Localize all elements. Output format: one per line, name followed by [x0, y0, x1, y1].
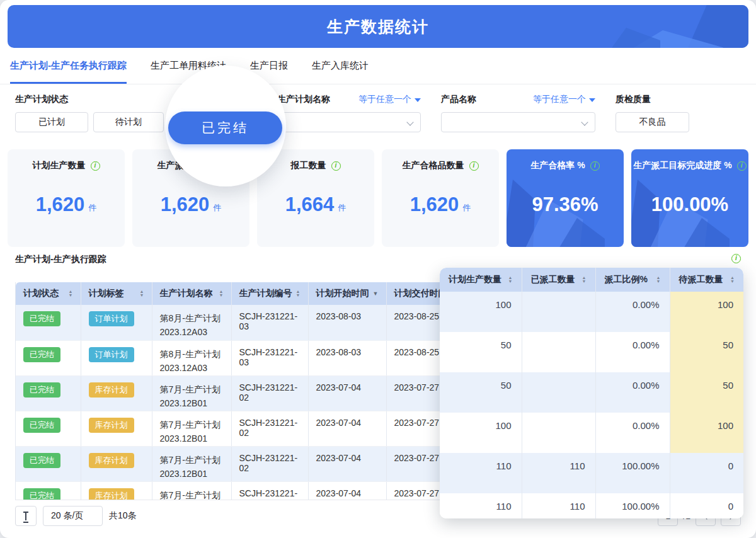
panel-body: 1000.00%100500.00%50500.00%501000.00%100…	[440, 292, 743, 518]
status-badge: 已完结	[23, 382, 60, 398]
quality-label: 质检质量	[616, 94, 651, 105]
dispatch-ratio-cell: 0.00%	[595, 332, 670, 372]
panel-row: 110110100.00%0	[440, 493, 743, 518]
info-icon[interactable]: i	[590, 161, 600, 171]
triangle-down-icon	[415, 98, 421, 102]
column-settings-button[interactable]	[15, 506, 37, 526]
panel-column-header-2[interactable]: 已派工数量▲▼	[522, 268, 595, 292]
card-value-number: 1,620	[36, 193, 85, 216]
panel-column-header-3[interactable]: 派工比例%▲▼	[595, 268, 670, 292]
planned-qty-cell: 50	[440, 372, 522, 413]
sort-icon: ▲▼	[508, 276, 513, 283]
filter-quality: 质检质量 不良品	[616, 92, 742, 132]
info-icon[interactable]: i	[731, 254, 741, 263]
plan-status-button-1[interactable]: 已计划	[15, 112, 88, 132]
column-header-label: 生产计划名称	[160, 288, 213, 299]
pending-qty-cell: 50	[670, 372, 743, 413]
sort-icon: ▲▼	[69, 290, 73, 297]
tag-badge: 库存计划	[89, 418, 134, 433]
panel-row: 110110100.00%0	[440, 453, 743, 493]
info-icon[interactable]: i	[331, 161, 341, 171]
dispatched-qty-cell	[522, 372, 595, 413]
tab-1[interactable]: 生产计划-生产任务执行跟踪	[10, 48, 127, 84]
plan-name-cell: 第7月-生产计划2023.12B01	[152, 375, 231, 411]
planned-qty-cell: 50	[440, 332, 522, 372]
plan-status-button-2[interactable]: 待计划	[93, 112, 164, 132]
tab-4[interactable]: 生产入库统计	[312, 48, 369, 84]
stat-card-6: 生产派工目标完成进度 %i100.00%	[631, 149, 748, 247]
dispatched-qty-cell	[522, 413, 595, 453]
planned-qty-cell: 100	[440, 292, 522, 332]
dispatch-ratio-cell: 100.00%	[595, 453, 670, 493]
completed-filter-button[interactable]: 已完结	[168, 112, 282, 144]
sort-icon: ▲▼	[219, 290, 224, 297]
plan-code-cell: SCJH-231221-02	[231, 411, 308, 446]
info-icon[interactable]: i	[91, 161, 100, 171]
page-size-select[interactable]: 20 条/页	[43, 506, 103, 526]
column-header-3[interactable]: 生产计划名称▲▼	[152, 282, 231, 305]
card-value-number: 100.00%	[651, 193, 728, 216]
column-header-4[interactable]: 生产计划编号▲▼	[231, 282, 308, 305]
sort-desc-icon: ▼	[373, 291, 379, 297]
card-value-number: 97.36%	[532, 193, 598, 216]
tag-cell: 库存计划	[81, 375, 152, 411]
plan-name-operator-dropdown[interactable]: 等于任意一个	[358, 94, 421, 105]
plan-code-cell: SCJH-231221-03	[231, 305, 308, 340]
info-icon[interactable]: i	[469, 161, 479, 171]
triangle-down-icon	[589, 98, 595, 102]
plan-name-label: 生产计划名称	[277, 94, 330, 105]
status-badge: 已完结	[23, 488, 60, 500]
stat-card-4: 生产合格品数量i1,620件	[382, 149, 499, 247]
product-name-label: 产品名称	[441, 94, 476, 105]
column-header-label: 计划交付时间	[394, 288, 447, 299]
tab-bar: 生产计划-生产任务执行跟踪生产工单用料统计生产日报生产入库统计	[0, 48, 756, 84]
start-date-cell: 2023-08-03	[308, 305, 386, 340]
app-window: 生产数据统计 生产计划-生产任务执行跟踪生产工单用料统计生产日报生产入库统计 生…	[0, 0, 756, 538]
sort-icon: ▲▼	[140, 290, 144, 297]
column-header-5[interactable]: 计划开始时间▼	[308, 282, 386, 305]
tag-cell: 库存计划	[81, 481, 152, 500]
chevron-down-icon	[581, 118, 588, 125]
card-title-row: 生产合格率 %i	[507, 160, 624, 171]
column-header-label: 计划标签	[89, 288, 124, 299]
sort-icon: ▲▼	[656, 276, 661, 283]
status-cell: 已完结	[16, 411, 81, 446]
dispatched-qty-cell	[522, 292, 595, 332]
column-header-inner: 计划标签▲▼	[89, 288, 144, 299]
column-header-inner: 计划开始时间▼	[316, 288, 379, 299]
sort-down-arrow: ▼	[656, 280, 661, 283]
column-header-1[interactable]: 计划状态▲▼	[16, 282, 81, 305]
panel-column-header-4[interactable]: 待派工数量▲▼	[670, 268, 743, 292]
defective-filter-button[interactable]: 不良品	[616, 112, 689, 132]
stat-cards-row: 计划生产数量i1,620件生产派工数量i1,620件报工数量i1,664件生产合…	[8, 149, 748, 247]
plan-name-text: 第7月-生产计划2023.12B01	[160, 488, 224, 500]
stat-card-3: 报工数量i1,664件	[257, 149, 374, 247]
column-header-2[interactable]: 计划标签▲▼	[81, 282, 152, 305]
plan-code-cell: SCJH-231221-02	[231, 375, 308, 411]
card-title: 报工数量	[291, 160, 326, 171]
panel-column-header-label: 已派工数量	[531, 274, 575, 285]
filter-bar: 生产计划状态 已计划待计划 生产计划名称 等于任意一个 产品名称 等于任意一个	[15, 92, 741, 142]
info-icon[interactable]: i	[737, 161, 747, 171]
status-cell: 已完结	[16, 481, 81, 500]
pending-qty-cell: 100	[670, 413, 743, 453]
panel-row: 500.00%50	[440, 372, 743, 413]
sort-down-arrow: ▼	[730, 280, 735, 283]
product-name-operator-dropdown[interactable]: 等于任意一个	[533, 94, 595, 105]
chevron-down-icon	[406, 118, 413, 125]
page-title: 生产数据统计	[8, 16, 748, 37]
pending-qty-cell: 50	[670, 332, 743, 372]
dispatch-ratio-cell: 0.00%	[595, 413, 670, 453]
start-date-cell: 2023-08-03	[308, 340, 386, 375]
sort-icon: ▲▼	[296, 290, 301, 297]
card-value: 1,620件	[8, 171, 125, 247]
plan-name-select[interactable]	[277, 112, 421, 132]
panel-column-header-1[interactable]: 计划生产数量▲▼	[440, 268, 522, 292]
card-title: 生产派工目标完成进度 %	[633, 160, 731, 171]
card-value-number: 1,620	[410, 193, 459, 216]
planned-qty-cell: 110	[440, 493, 522, 518]
tag-cell: 订单计划	[81, 305, 152, 340]
product-name-select[interactable]	[441, 112, 595, 132]
panel-row: 1000.00%100	[440, 413, 743, 453]
card-value: 100.00%	[631, 171, 748, 247]
